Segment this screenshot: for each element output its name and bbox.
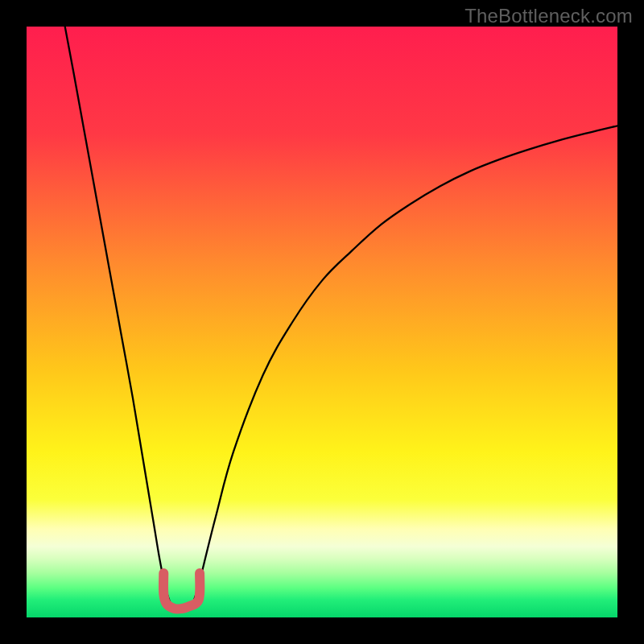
u-marker: [163, 573, 200, 609]
chart-frame: TheBottleneck.com: [0, 0, 644, 644]
right-curve: [193, 126, 617, 602]
curves-layer: [27, 27, 617, 617]
watermark-text: TheBottleneck.com: [464, 5, 633, 27]
left-curve: [65, 27, 171, 603]
plot-area: [27, 27, 617, 617]
